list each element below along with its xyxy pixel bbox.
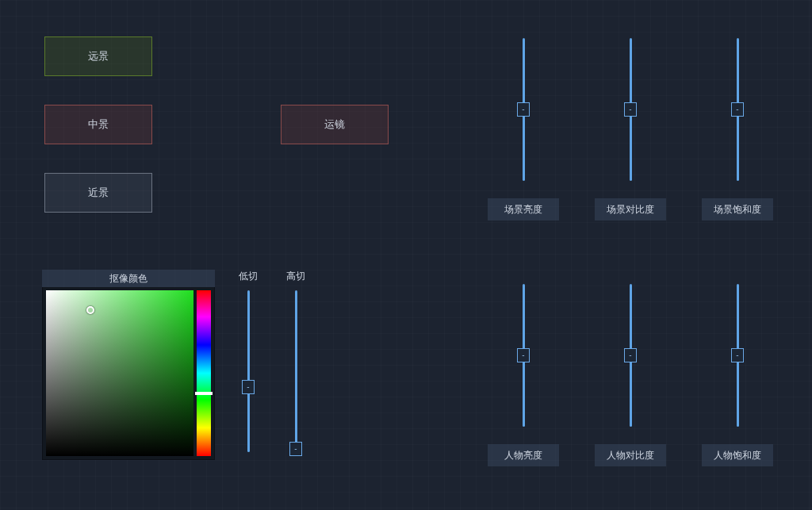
slider-scene-brightness[interactable]: - 场景亮度 bbox=[488, 38, 559, 220]
shot-button-near[interactable]: 近景 bbox=[44, 173, 152, 213]
slider-track[interactable]: - bbox=[630, 284, 632, 427]
slider-label: 高切 bbox=[286, 270, 305, 286]
slider-label: 人物饱和度 bbox=[702, 444, 773, 466]
slider-track[interactable]: - bbox=[295, 290, 297, 452]
slider-label: 场景饱和度 bbox=[702, 198, 773, 220]
slider-label: 人物亮度 bbox=[488, 444, 559, 466]
shot-label: 运镜 bbox=[324, 117, 345, 132]
shot-label: 远景 bbox=[88, 49, 109, 63]
color-sv-cursor[interactable] bbox=[86, 306, 94, 314]
slider-label: 人物对比度 bbox=[595, 444, 666, 466]
slider-scene-contrast[interactable]: - 场景对比度 bbox=[595, 38, 666, 220]
color-hue-cursor[interactable] bbox=[195, 392, 213, 395]
shot-button-far[interactable]: 远景 bbox=[44, 36, 152, 76]
slider-thumb[interactable]: - bbox=[731, 102, 744, 117]
shot-button-camera[interactable]: 运镜 bbox=[281, 105, 389, 144]
slider-high-cut[interactable]: 高切 - bbox=[279, 270, 312, 452]
slider-thumb[interactable]: - bbox=[731, 348, 744, 362]
slider-scene-saturation[interactable]: - 场景饱和度 bbox=[702, 38, 773, 220]
slider-label: 场景对比度 bbox=[595, 198, 666, 220]
slider-thumb[interactable]: - bbox=[624, 348, 637, 362]
slider-low-cut[interactable]: 低切 - bbox=[232, 270, 265, 452]
slider-track[interactable]: - bbox=[523, 284, 525, 427]
color-picker-section: 抠像颜色 bbox=[42, 270, 215, 460]
slider-track[interactable]: - bbox=[737, 38, 739, 181]
slider-track[interactable]: - bbox=[523, 38, 525, 181]
color-hue-bar[interactable] bbox=[197, 290, 211, 456]
color-picker-body bbox=[42, 287, 215, 460]
shot-button-mid[interactable]: 中景 bbox=[44, 105, 152, 144]
slider-thumb[interactable]: - bbox=[517, 102, 530, 117]
slider-label: 场景亮度 bbox=[488, 198, 559, 220]
shot-label: 中景 bbox=[88, 117, 109, 132]
slider-track[interactable]: - bbox=[247, 290, 250, 452]
slider-person-contrast[interactable]: - 人物对比度 bbox=[595, 284, 666, 466]
slider-thumb[interactable]: - bbox=[289, 442, 302, 456]
shot-label: 近景 bbox=[88, 186, 109, 200]
color-sv-box[interactable] bbox=[46, 290, 193, 456]
slider-thumb[interactable]: - bbox=[624, 102, 637, 117]
slider-thumb[interactable]: - bbox=[517, 348, 530, 362]
slider-person-brightness[interactable]: - 人物亮度 bbox=[488, 284, 559, 466]
slider-label: 低切 bbox=[239, 270, 258, 286]
slider-track[interactable]: - bbox=[630, 38, 632, 181]
slider-track[interactable]: - bbox=[737, 284, 739, 427]
slider-person-saturation[interactable]: - 人物饱和度 bbox=[702, 284, 773, 466]
slider-thumb[interactable]: - bbox=[242, 380, 255, 394]
color-picker-title: 抠像颜色 bbox=[42, 270, 215, 287]
